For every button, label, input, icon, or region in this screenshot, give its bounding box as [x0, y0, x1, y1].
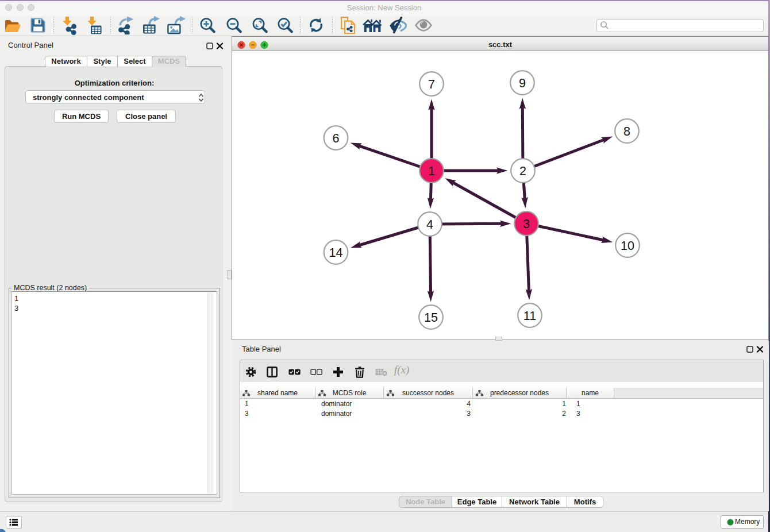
svg-text:15: 15 [424, 311, 438, 325]
svg-text:1: 1 [428, 164, 435, 178]
svg-text:2: 2 [519, 164, 526, 178]
svg-text:4: 4 [426, 218, 433, 232]
svg-text:11: 11 [523, 309, 536, 323]
svg-text:7: 7 [428, 78, 435, 91]
svg-text:10: 10 [621, 239, 634, 253]
svg-text:3: 3 [523, 217, 530, 231]
svg-text:9: 9 [519, 76, 526, 90]
svg-text:8: 8 [623, 125, 630, 138]
svg-text:14: 14 [329, 246, 343, 260]
svg-text:6: 6 [333, 132, 340, 145]
